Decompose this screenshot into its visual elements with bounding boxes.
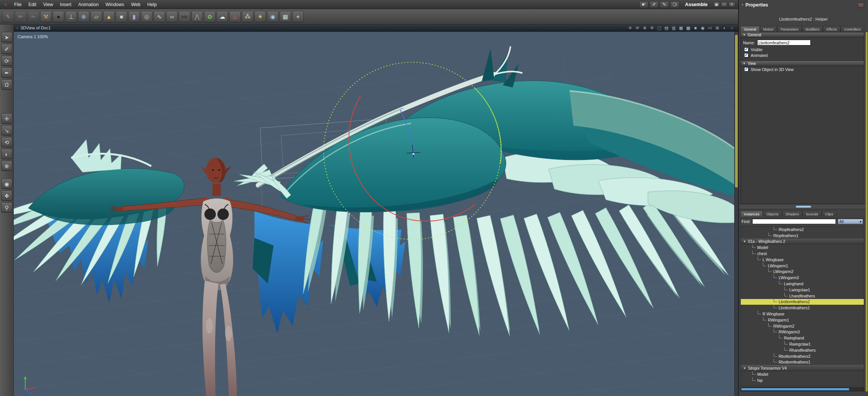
insert-particles-icon[interactable]: ⁂ <box>242 11 253 23</box>
properties-tab[interactable]: Effects <box>823 26 840 32</box>
tree-row[interactable]: ▼ Rhandfeathers <box>741 347 864 353</box>
checkbox[interactable]: ✓ <box>744 53 748 57</box>
panel-menu-button[interactable] <box>857 3 864 8</box>
select-tool-icon[interactable]: ➤ <box>1 32 12 42</box>
find-input[interactable] <box>752 219 836 224</box>
tree-scroll-thumb[interactable] <box>741 388 849 391</box>
tree-row[interactable]: ▼ hip <box>741 377 864 383</box>
tree-row[interactable]: ▼ Rwingclaw1 <box>741 341 864 347</box>
tree-row[interactable]: ▼ Rtopfeathers1 <box>741 233 864 239</box>
tree-row[interactable]: ▼ Model <box>741 244 864 251</box>
metaball-modeler-icon[interactable]: ✁ <box>28 11 39 23</box>
rotate-tool-icon[interactable]: ⟲ <box>1 137 12 147</box>
checkbox-row[interactable]: ✓ Show Object in 3D View <box>741 66 864 72</box>
instances-tab[interactable]: Clips <box>822 211 837 217</box>
track-xy-icon[interactable]: ✛ <box>627 25 633 31</box>
eye-icon[interactable]: ◉ <box>713 2 720 7</box>
instances-tab[interactable]: Shaders <box>782 211 802 217</box>
general-section-bar[interactable]: ▼ General <box>741 32 864 38</box>
insert-cloud-icon[interactable]: ☁ <box>217 11 228 23</box>
expand-triangle-icon[interactable]: ▼ <box>743 240 746 243</box>
tree-row[interactable]: ▼ Strigoi Torsoarmor V4 <box>741 365 864 371</box>
tree-row[interactable]: ▼ Rtopfeathers2 <box>741 226 864 233</box>
menu-item[interactable]: Help <box>144 0 160 9</box>
insert-globe-icon[interactable]: ⊕ <box>78 11 89 23</box>
properties-tab[interactable]: Modifiers <box>802 26 823 32</box>
insert-plant-icon[interactable]: ✿ <box>204 11 215 23</box>
rotate-view-ball-icon[interactable]: ⟳ <box>1 56 12 66</box>
production-frame-icon[interactable]: ▭ <box>707 25 713 31</box>
display-textured-icon[interactable]: ■ <box>692 25 699 31</box>
fly-icon[interactable]: ✣ <box>649 25 655 31</box>
menu-item[interactable]: Windows <box>102 0 128 9</box>
render-preview-icon[interactable]: ◐ <box>721 25 728 31</box>
filter-dropdown[interactable]: All ▾ <box>838 219 863 224</box>
viewport-scroll-thumb[interactable] <box>735 35 738 187</box>
hot-point-tool-icon[interactable]: ⊕ <box>1 161 12 171</box>
display-wireframe-icon[interactable]: ▤ <box>663 25 670 31</box>
insert-camera-icon[interactable]: ◉ <box>267 11 279 23</box>
insert-group-icon[interactable]: ▦ <box>280 11 291 23</box>
menu-item[interactable]: Edit <box>25 0 40 9</box>
viewport[interactable]: Camera 1 100% <box>14 32 734 396</box>
tree-row[interactable]: ▼ Rwinghand <box>741 335 864 341</box>
tree-horizontal-scrollbar[interactable] <box>740 387 864 391</box>
assemble-room-icon[interactable]: ☛ <box>639 1 648 8</box>
instances-tab[interactable]: Sounds <box>802 211 821 217</box>
spline-modeler-icon[interactable]: ✏ <box>15 11 26 23</box>
insert-light-icon[interactable]: ☀ <box>254 11 266 23</box>
tree-row[interactable]: ▼ Rbottomfeathers1 <box>741 359 864 365</box>
tree-row[interactable]: ▼ Lbottomfeathers2 <box>741 299 864 305</box>
menu-item[interactable]: View <box>40 0 57 9</box>
menu-item[interactable]: Web <box>128 0 144 9</box>
properties-tab[interactable]: General <box>740 26 760 32</box>
tree-row[interactable]: ▼ RWingarm1 <box>741 317 864 323</box>
insert-torus-icon[interactable]: ◎ <box>141 11 152 23</box>
tree-row[interactable]: ▼ L Wingbase <box>741 257 864 263</box>
checkbox[interactable]: ✓ <box>744 47 748 52</box>
display-hiddenline-icon[interactable]: ▥ <box>670 25 677 31</box>
insert-text-icon[interactable]: AGr <box>179 11 190 23</box>
render-room-icon[interactable]: ❍ <box>670 1 679 8</box>
view-section-bar[interactable]: ▼ View <box>741 61 864 66</box>
name-input[interactable] <box>757 40 811 45</box>
pan-tool-icon[interactable]: ✥ <box>1 191 12 201</box>
antialias-icon[interactable]: ○ <box>729 25 735 31</box>
tree-row[interactable]: ▼ Lwinghand <box>741 281 864 287</box>
tree-row[interactable]: ▼ Model <box>741 371 864 377</box>
dolly-icon[interactable]: ⊕ <box>641 25 648 31</box>
bank-icon[interactable]: ⟳ <box>634 25 641 31</box>
splitter-handle[interactable] <box>795 205 811 208</box>
zoom-tool-icon[interactable]: ⚲ <box>1 202 12 213</box>
insert-infinite-plane-icon[interactable]: ▱ <box>91 11 102 23</box>
magnet-tool-icon[interactable]: Ω <box>1 79 12 90</box>
tree-row[interactable]: ▼ LWingarm2 <box>741 269 864 275</box>
wireframe-modeler-icon[interactable]: ✎ <box>2 11 14 23</box>
tree-row[interactable]: ▼ LWingarm3 <box>741 275 864 281</box>
camera-tool-icon[interactable]: ◉ <box>1 179 12 189</box>
tree-row[interactable]: ▼ Lbottomfeathers1 <box>741 305 864 311</box>
scale-tool-icon[interactable]: ↘ <box>1 125 12 136</box>
move-vertex-tool-icon[interactable]: ✐ <box>1 44 12 54</box>
axe-tool-icon[interactable]: ⚒ <box>40 11 52 23</box>
panel-vertical-scrollbar[interactable] <box>866 32 868 391</box>
move-tool-icon[interactable]: ✛ <box>1 113 12 124</box>
expand-triangle-icon[interactable]: ▼ <box>743 367 746 370</box>
viewport-scrollbar[interactable] <box>734 32 738 396</box>
tree-row[interactable]: ▼ Rbottomfeathers2 <box>741 353 864 359</box>
eyedropper-icon[interactable]: ✒ <box>1 68 12 78</box>
3d-scene[interactable] <box>14 32 734 396</box>
insert-cone-icon[interactable]: ▲ <box>103 11 115 23</box>
tree-row[interactable]: ▼ LWingarm1 <box>741 263 864 269</box>
insert-fire-icon[interactable]: ♨ <box>229 11 241 23</box>
insert-target-icon[interactable]: ⌖ <box>292 11 304 23</box>
menu-item[interactable]: Animation <box>75 0 102 9</box>
properties-tab[interactable]: Parameters <box>777 26 802 32</box>
texture-room-icon[interactable]: ✎ <box>660 1 669 8</box>
insert-sphere-icon[interactable]: ● <box>53 11 64 23</box>
insert-cube-icon[interactable]: ■ <box>116 11 127 23</box>
shader-ball-icon[interactable]: ◐ <box>1 149 12 159</box>
grid-options-icon[interactable]: ⊞ <box>714 25 721 31</box>
insert-metaball-icon[interactable]: ∞ <box>166 11 178 23</box>
minimize-icon[interactable]: − <box>721 2 727 7</box>
